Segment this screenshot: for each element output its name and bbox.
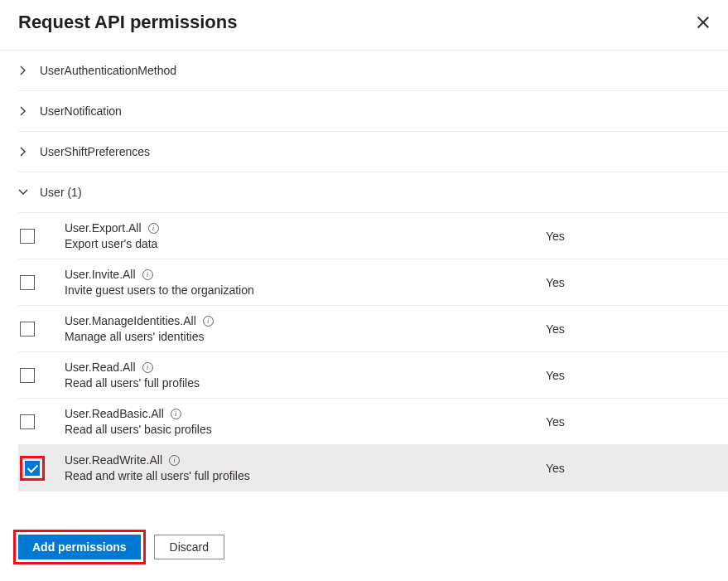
group-label: UserAuthenticationMethod (40, 64, 176, 77)
info-icon[interactable]: i (148, 223, 159, 234)
panel-header: Request API permissions (0, 0, 728, 50)
permission-description: Read all users' full profiles (65, 376, 546, 390)
permission-description: Read all users' basic profiles (65, 423, 546, 436)
highlight-annotation: Add permissions (13, 530, 146, 564)
permission-checkbox[interactable] (20, 275, 35, 290)
permission-description: Manage all users' identities (65, 330, 546, 343)
permission-row: User.Read.All i Read all users' full pro… (18, 352, 728, 399)
group-usernotification[interactable]: UserNotification (18, 91, 728, 132)
permission-row: User.ManageIdentities.All i Manage all u… (18, 306, 728, 352)
admin-consent-value: Yes (546, 322, 728, 336)
permission-checkbox[interactable] (25, 461, 40, 476)
permission-name: User.Invite.All (65, 268, 136, 281)
spacer (18, 491, 728, 506)
chevron-right-icon (18, 65, 28, 75)
info-icon[interactable]: i (142, 362, 153, 373)
permission-name: User.ReadWrite.All (65, 453, 162, 467)
group-userauthenticationmethod[interactable]: UserAuthenticationMethod (18, 51, 728, 91)
permission-row: User.Export.All i Export user's data Yes (18, 213, 728, 259)
request-api-permissions-panel: Request API permissions UserAuthenticati… (0, 0, 728, 581)
discard-button[interactable]: Discard (154, 535, 224, 559)
page-title: Request API permissions (18, 12, 237, 33)
permission-checkbox[interactable] (20, 229, 35, 244)
close-icon[interactable] (697, 16, 710, 29)
group-label: User (1) (40, 186, 82, 199)
admin-consent-value: Yes (546, 276, 728, 289)
permission-name: User.ReadBasic.All (65, 407, 164, 420)
info-icon[interactable]: i (171, 409, 181, 419)
permission-name: User.Export.All (65, 221, 142, 235)
footer-actions: Add permissions Discard (0, 514, 728, 581)
permission-description: Read and write all users' full profiles (65, 469, 546, 482)
highlight-annotation (20, 456, 45, 481)
chevron-down-icon (18, 187, 28, 197)
group-user[interactable]: User (1) (18, 172, 728, 213)
permission-row: User.ReadBasic.All i Read all users' bas… (18, 399, 728, 445)
permissions-scroll-area[interactable]: UserAuthenticationMethod UserNotificatio… (0, 50, 728, 514)
admin-consent-value: Yes (546, 415, 728, 428)
permission-description: Export user's data (65, 237, 546, 250)
group-label: UserShiftPreferences (40, 145, 150, 158)
chevron-right-icon (18, 106, 28, 116)
admin-consent-value: Yes (546, 369, 728, 382)
group-label: UserNotification (40, 104, 122, 118)
admin-consent-value: Yes (546, 462, 728, 475)
permission-name: User.Read.All (65, 361, 136, 374)
permission-row-selected: User.ReadWrite.All i Read and write all … (18, 445, 728, 491)
permission-checkbox[interactable] (20, 368, 35, 383)
group-usershiftpreferences[interactable]: UserShiftPreferences (18, 132, 728, 172)
permission-checkbox[interactable] (20, 414, 35, 429)
info-icon[interactable]: i (203, 316, 214, 327)
chevron-right-icon (18, 147, 28, 157)
add-permissions-button[interactable]: Add permissions (18, 535, 141, 559)
info-icon[interactable]: i (169, 455, 180, 466)
permission-row: User.Invite.All i Invite guest users to … (18, 259, 728, 306)
permission-name: User.ManageIdentities.All (65, 314, 196, 327)
permission-description: Invite guest users to the organization (65, 283, 546, 297)
permission-checkbox[interactable] (20, 322, 35, 336)
admin-consent-value: Yes (546, 230, 728, 243)
info-icon[interactable]: i (142, 269, 153, 280)
